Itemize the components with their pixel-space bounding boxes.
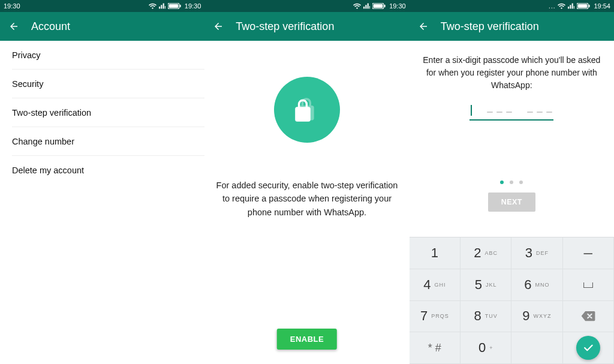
account-list: Privacy Security Two-step verification C… [0, 41, 204, 185]
key-0[interactable]: 0+ [460, 332, 511, 364]
key-minus[interactable]: – [563, 237, 614, 269]
page-indicator [500, 181, 523, 184]
battery-icon [372, 3, 386, 9]
passcode-placeholder-group [527, 108, 552, 113]
passcode-description: Enter a six-digit passcode which you'll … [420, 54, 603, 92]
text-cursor [471, 105, 472, 116]
key-symbols[interactable]: * # [410, 332, 460, 364]
intro-body: For added security, enable two-step veri… [204, 41, 409, 364]
lock-icon [290, 93, 324, 127]
svg-rect-8 [589, 5, 590, 8]
signal-icon [363, 3, 370, 9]
app-header: Account [0, 12, 204, 41]
back-button[interactable] [418, 21, 429, 32]
list-item-two-step[interactable]: Two-step verification [12, 98, 204, 127]
wifi-icon [149, 3, 156, 9]
header-title: Two-step verification [441, 20, 539, 33]
list-item-delete-account[interactable]: Delete my account [12, 156, 204, 185]
list-item-label: Security [12, 79, 43, 89]
back-button[interactable] [213, 21, 224, 32]
key-go[interactable] [563, 332, 614, 364]
lock-illustration [274, 77, 340, 143]
overflow-icon: ... [549, 3, 555, 10]
battery-icon [168, 3, 181, 9]
status-time-right: 19:30 [389, 2, 406, 10]
signal-icon [159, 3, 165, 9]
page-dot [519, 181, 523, 184]
screen-account: 19:30 19:30 Account Privacy Security Two… [0, 0, 204, 364]
back-button[interactable] [8, 21, 19, 32]
back-arrow-icon [213, 21, 224, 32]
key-8[interactable]: 8TUV [460, 301, 511, 333]
status-bar: 19:30 19:30 [0, 0, 204, 12]
status-icons [353, 3, 386, 9]
status-bar: 19:30 [204, 0, 409, 12]
page-dot [510, 181, 513, 184]
screen-two-step-intro: 19:30 Two-step verification For added se… [204, 0, 409, 364]
back-arrow-icon [418, 21, 429, 32]
wifi-icon [558, 3, 565, 9]
svg-rect-7 [578, 4, 588, 8]
key-6[interactable]: 6MNO [511, 269, 562, 301]
signal-icon [568, 3, 574, 9]
next-button[interactable]: NEXT [488, 192, 535, 212]
numeric-keypad: 1 2ABC 3DEF – 4GHI 5JKL 6MNO ⌴ 7PRQS 8TU… [410, 237, 614, 364]
key-underscore[interactable]: ⌴ [563, 269, 614, 301]
svg-rect-4 [374, 4, 383, 8]
key-5[interactable]: 5JKL [460, 269, 511, 301]
check-icon [582, 342, 594, 354]
app-header: Two-step verification [410, 12, 614, 41]
list-item-privacy[interactable]: Privacy [12, 41, 204, 70]
status-time-right: 19:54 [594, 2, 610, 10]
battery-icon [577, 3, 590, 9]
list-item-label: Two-step verification [12, 108, 91, 118]
svg-rect-5 [384, 5, 386, 8]
go-circle [576, 336, 600, 360]
svg-rect-2 [179, 5, 180, 8]
intro-description: For added security, enable two-step veri… [215, 179, 398, 219]
list-item-security[interactable]: Security [12, 70, 204, 98]
enable-button[interactable]: ENABLE [277, 329, 337, 350]
key-backspace[interactable] [563, 301, 614, 333]
backspace-icon [580, 310, 596, 322]
header-title: Account [31, 20, 70, 33]
app-header: Two-step verification [204, 12, 409, 41]
status-time-left: 19:30 [4, 2, 20, 10]
screen-two-step-passcode: ... 19:54 Two-step verification Enter a … [410, 0, 614, 364]
key-2[interactable]: 2ABC [460, 237, 511, 269]
key-1[interactable]: 1 [410, 237, 460, 269]
key-9[interactable]: 9WXYZ [511, 301, 562, 333]
passcode-input[interactable] [469, 104, 553, 121]
key-4[interactable]: 4GHI [410, 269, 460, 301]
list-item-label: Privacy [12, 50, 41, 60]
list-item-label: Delete my account [12, 166, 84, 175]
status-time-right: 19:30 [185, 2, 201, 10]
wifi-icon [353, 3, 361, 9]
passcode-body: Enter a six-digit passcode which you'll … [410, 41, 614, 237]
status-icons: ... [549, 3, 590, 10]
list-item-change-number[interactable]: Change number [12, 127, 204, 156]
svg-rect-1 [168, 4, 178, 8]
status-bar: ... 19:54 [410, 0, 614, 12]
key-3[interactable]: 3DEF [511, 237, 562, 269]
key-7[interactable]: 7PRQS [410, 301, 460, 333]
back-arrow-icon [8, 21, 19, 32]
key-empty [511, 332, 562, 364]
passcode-placeholder-group [487, 108, 512, 113]
status-icons [149, 3, 181, 9]
page-dot [500, 181, 504, 184]
header-title: Two-step verification [236, 20, 334, 33]
list-item-label: Change number [12, 137, 74, 146]
